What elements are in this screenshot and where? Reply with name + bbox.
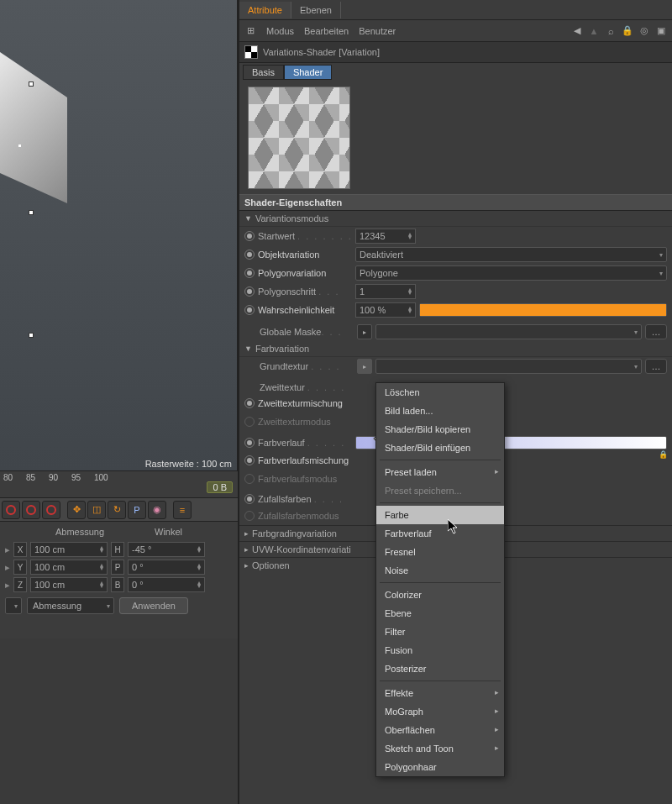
size-x-field[interactable]: 100 cm▴▾ xyxy=(30,542,108,557)
shader-preview[interactable] xyxy=(248,87,350,189)
startwert-field[interactable]: 12345▴▾ xyxy=(355,229,416,244)
menu-oberflaechen[interactable]: Oberflächen xyxy=(376,721,504,739)
grid-icon[interactable]: ⊞ xyxy=(244,25,256,37)
zufallmode-radio[interactable] xyxy=(244,511,255,521)
size-y-field[interactable]: 100 cm▴▾ xyxy=(30,560,108,575)
menu-sketch[interactable]: Sketch and Toon xyxy=(376,739,504,758)
grundtextur-more[interactable]: … xyxy=(645,359,667,374)
polyvar-radio[interactable] xyxy=(244,268,255,278)
coord-dd1[interactable] xyxy=(5,597,22,614)
size-z-field[interactable]: 100 cm▴▾ xyxy=(30,577,108,592)
startwert-label: Startwert . . . . . . . xyxy=(258,231,352,241)
tab-attribute[interactable]: Attribute xyxy=(239,2,291,18)
tick: 95 xyxy=(71,473,90,482)
breadcrumb: Variations-Shader [Variation] xyxy=(239,42,672,63)
menu-mograph[interactable]: MoGraph xyxy=(376,702,504,721)
menu-farbe[interactable]: Farbe xyxy=(376,506,504,524)
farbvermix-radio[interactable] xyxy=(244,455,255,465)
globmask-arrow[interactable]: ▸ xyxy=(357,324,372,339)
params-icon[interactable]: P xyxy=(128,501,146,519)
zufallmode-label: Zufallsfarbenmodus xyxy=(258,511,352,521)
coord-mode-dd[interactable]: Abmessung xyxy=(27,597,114,614)
new-window-icon[interactable]: ▣ xyxy=(655,25,667,37)
group-header-farbvariation[interactable]: ▼Farbvariation xyxy=(239,341,672,357)
section-shader-props: Shader-Eigenschaften xyxy=(239,194,672,211)
tick: 85 xyxy=(26,473,45,482)
nav-back-icon[interactable]: ◀ xyxy=(571,25,583,37)
svg-point-0 xyxy=(7,506,15,514)
playback-toolbar: ✥ ◫ ↻ P ◉ ≡ xyxy=(0,497,238,521)
lock-icon[interactable]: 🔒 xyxy=(622,25,633,37)
globmask-more[interactable]: … xyxy=(645,324,667,339)
grundtextur-arrow[interactable]: ▸ xyxy=(357,359,372,374)
menu-preset-speichern[interactable]: Preset speichern... xyxy=(376,481,504,500)
subtab-shader[interactable]: Shader xyxy=(284,65,332,80)
menu-effekte[interactable]: Effekte xyxy=(376,684,504,702)
axis-h: H xyxy=(111,542,124,557)
record-prev-icon[interactable] xyxy=(2,501,20,519)
search-icon[interactable]: ⌕ xyxy=(605,25,617,37)
angle-b-field[interactable]: 0 °▴▾ xyxy=(128,577,205,592)
grundtextur-field[interactable] xyxy=(375,359,642,374)
farbverlauf-radio[interactable] xyxy=(244,438,255,448)
menu-benutzer[interactable]: Benutzer xyxy=(359,26,396,36)
menu-shader-paste[interactable]: Shader/Bild einfügen xyxy=(376,439,504,457)
menu-fresnel[interactable]: Fresnel xyxy=(376,543,504,561)
menu-shader-copy[interactable]: Shader/Bild kopieren xyxy=(376,420,504,439)
viewport[interactable]: Rasterweite : 100 cm xyxy=(0,0,238,470)
menu-modus[interactable]: Modus xyxy=(266,26,294,36)
polyschritt-field[interactable]: 1▴▾ xyxy=(355,284,416,299)
angle-p-field[interactable]: 0 °▴▾ xyxy=(128,560,205,575)
menu-ebene[interactable]: Ebene xyxy=(376,604,504,623)
svg-point-2 xyxy=(47,506,55,514)
menu-fusion[interactable]: Fusion xyxy=(376,641,504,659)
menu-bild-laden[interactable]: Bild laden... xyxy=(376,402,504,420)
menu-bearbeiten[interactable]: Bearbeiten xyxy=(304,26,349,36)
record-icon[interactable] xyxy=(22,501,40,519)
attribute-menubar: ⊞ Modus Bearbeiten Benutzer ◀ ▲ ⌕ 🔒 ◎ ▣ xyxy=(239,20,672,42)
menu-filter[interactable]: Filter xyxy=(376,623,504,641)
polyschritt-radio[interactable] xyxy=(244,286,255,297)
selection-rect xyxy=(0,84,34,336)
frame-badge: 0 B xyxy=(207,481,233,493)
farbvermode-label: Farbverlaufsmodus xyxy=(258,474,352,484)
tab-ebenen[interactable]: Ebenen xyxy=(291,2,341,18)
menu-farbverlauf[interactable]: Farbverlauf xyxy=(376,524,504,543)
objektvar-radio[interactable] xyxy=(244,250,255,260)
angle-h-field[interactable]: -45 °▴▾ xyxy=(128,542,205,557)
group-header-variationmode[interactable]: ▼Variantionsmodus xyxy=(239,211,672,227)
tick: 100 xyxy=(94,473,113,482)
menu-polygonhaar[interactable]: Polygonhaar xyxy=(376,758,504,776)
apply-button[interactable]: Anwenden xyxy=(119,597,188,614)
filter-icon[interactable]: ≡ xyxy=(173,501,192,519)
rotate-icon[interactable]: ↻ xyxy=(108,501,126,519)
menu-loeschen[interactable]: Löschen xyxy=(376,383,504,402)
scale-icon[interactable]: ◫ xyxy=(87,501,106,519)
prob-radio[interactable] xyxy=(244,305,255,315)
menu-noise[interactable]: Noise xyxy=(376,561,504,580)
axis-x: X xyxy=(13,542,27,557)
prob-field[interactable]: 100 %▴▾ xyxy=(355,302,416,318)
anim-icon[interactable]: ◉ xyxy=(148,501,166,519)
zweitmix-radio[interactable] xyxy=(244,398,255,408)
record-next-icon[interactable] xyxy=(42,501,60,519)
zufall-radio[interactable] xyxy=(244,494,255,504)
menu-colorizer[interactable]: Colorizer xyxy=(376,586,504,604)
nav-up-icon[interactable]: ▲ xyxy=(588,25,600,37)
objektvar-dd[interactable]: Deaktiviert xyxy=(355,247,667,262)
globmask-label: Globale Maske. . . xyxy=(260,327,354,337)
farbvermode-radio[interactable] xyxy=(244,474,255,484)
move-icon[interactable]: ✥ xyxy=(67,501,86,519)
tick: 90 xyxy=(49,473,67,482)
menu-posterizer[interactable]: Posterizer xyxy=(376,659,504,678)
menu-preset-laden[interactable]: Preset laden xyxy=(376,463,504,481)
target-icon[interactable]: ◎ xyxy=(638,25,650,37)
subtab-basis[interactable]: Basis xyxy=(243,65,284,80)
timeline[interactable]: 80 85 90 95 100 0 B xyxy=(0,470,238,497)
zweitmode-radio[interactable] xyxy=(244,417,255,427)
prob-slider[interactable] xyxy=(419,303,667,317)
shader-context-menu: Löschen Bild laden... Shader/Bild kopier… xyxy=(375,382,505,777)
polyvar-dd[interactable]: Polygone xyxy=(355,265,667,281)
startwert-radio[interactable] xyxy=(244,231,255,241)
globmask-field[interactable] xyxy=(375,324,642,339)
